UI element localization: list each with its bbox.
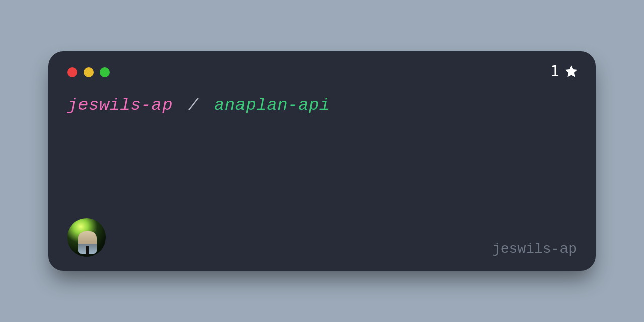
avatar[interactable] xyxy=(67,218,106,257)
window-traffic-lights xyxy=(67,67,577,77)
minimize-icon[interactable] xyxy=(84,67,94,77)
zoom-icon[interactable] xyxy=(100,67,110,77)
star-count[interactable]: 1 xyxy=(550,62,579,80)
owner-link[interactable]: jeswils-ap xyxy=(67,96,173,115)
author-label: jeswils-ap xyxy=(492,241,577,257)
repo-title: jeswils-ap / anaplan-api xyxy=(67,96,577,115)
star-icon xyxy=(564,64,579,79)
repo-card: 1 jeswils-ap / anaplan-api jeswils-ap xyxy=(48,51,596,271)
title-separator: / xyxy=(188,96,199,115)
repo-link[interactable]: anaplan-api xyxy=(214,96,330,115)
close-icon[interactable] xyxy=(67,67,77,77)
star-count-value: 1 xyxy=(550,62,559,80)
